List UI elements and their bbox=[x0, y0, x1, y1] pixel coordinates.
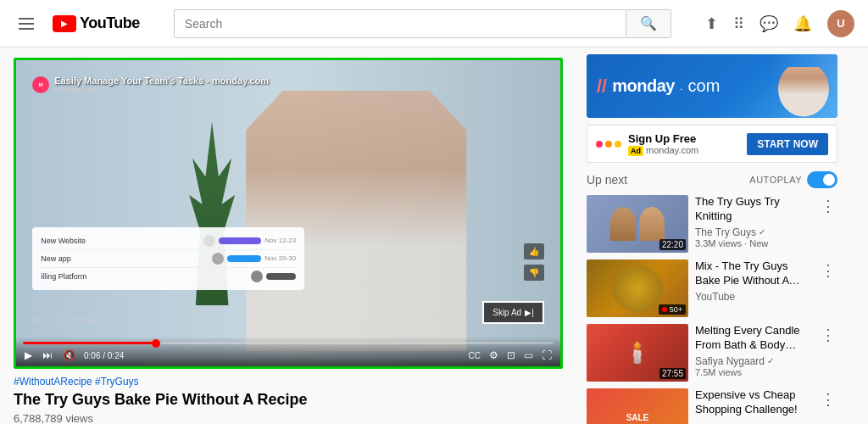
video-thumb-4: SALE bbox=[587, 388, 688, 424]
header-right: ⬆ ⠿ 💬 🔔 U bbox=[705, 10, 854, 37]
video-views: 6,788,789 views bbox=[14, 412, 563, 424]
search-button[interactable]: 🔍 bbox=[626, 9, 671, 38]
hamburger-menu[interactable] bbox=[14, 13, 39, 35]
ad-banner-content: // monday . com bbox=[587, 67, 837, 106]
video-channel-2: YouTube bbox=[695, 291, 812, 303]
like-button-overlay[interactable]: 👍 bbox=[524, 243, 544, 259]
mute-button[interactable]: 🔇 bbox=[61, 348, 77, 363]
more-options-2[interactable]: ⋮ bbox=[819, 259, 837, 282]
dot-yellow bbox=[615, 141, 621, 148]
video-title: The Try Guys Bake Pie Without A Recipe bbox=[14, 391, 563, 409]
header-left: YouTube bbox=[14, 13, 140, 35]
search-input[interactable] bbox=[174, 9, 626, 38]
thumb-duration-3: 27:55 bbox=[659, 368, 686, 379]
settings-button[interactable]: ⚙ bbox=[487, 348, 500, 363]
channel-name-3: Safiya Nygaard bbox=[695, 355, 765, 367]
thumb-text-4: SALE bbox=[587, 388, 688, 424]
apps-icon[interactable]: ⠿ bbox=[733, 14, 744, 33]
task-bar-2 bbox=[227, 255, 261, 262]
fullscreen-button[interactable]: ⛶ bbox=[540, 348, 554, 363]
monday-brand-text: monday bbox=[612, 76, 675, 96]
monday-dots-logo bbox=[596, 141, 621, 148]
channel-name-1: The Try Guys bbox=[695, 226, 756, 238]
youtube-logo[interactable]: YouTube bbox=[53, 14, 140, 32]
video-channel-3: Safiya Nygaard ✓ bbox=[695, 355, 812, 367]
recommended-video-4[interactable]: SALE Expensive vs Cheap Shopping Challen… bbox=[587, 388, 837, 424]
video-info-4: Expensive vs Cheap Shopping Challenge! bbox=[695, 388, 812, 424]
dislike-button-overlay[interactable]: 👎 bbox=[524, 265, 544, 281]
monday-com-text: com bbox=[688, 76, 721, 96]
miniplayer-button[interactable]: ⊡ bbox=[505, 348, 517, 363]
task-avatar-3 bbox=[251, 271, 263, 282]
video-title-line2: monday.com bbox=[54, 86, 269, 94]
youtube-wordmark: YouTube bbox=[80, 14, 140, 32]
video-controls: ▶ ⏭ 🔇 0:06 / 0:24 CC ⚙ ⊡ ▭ ⛶ bbox=[16, 337, 560, 366]
cc-button[interactable]: CC bbox=[467, 349, 482, 362]
up-next-label: Up next bbox=[587, 173, 627, 187]
sign-up-label: Sign Up Free bbox=[628, 132, 740, 145]
play-button[interactable]: ▶ bbox=[23, 348, 34, 363]
more-options-1[interactable]: ⋮ bbox=[819, 195, 837, 217]
notification-icon[interactable]: 🔔 bbox=[793, 14, 812, 33]
video-item-title-2: Mix - The Try Guys Bake Pie Without A Re… bbox=[695, 259, 812, 288]
task-date-1: Nov 12-23 bbox=[264, 237, 296, 244]
progress-bar[interactable] bbox=[23, 342, 554, 344]
more-options-3[interactable]: ⋮ bbox=[819, 324, 837, 346]
next-button[interactable]: ⏭ bbox=[41, 348, 54, 363]
task-name-1: New Website bbox=[41, 237, 200, 245]
chat-icon[interactable]: 💬 bbox=[760, 14, 778, 33]
video-overlay: M Easily Manage Your Team's Tasks - mond… bbox=[16, 60, 560, 366]
video-item-title-4: Expensive vs Cheap Shopping Challenge! bbox=[695, 388, 812, 417]
verified-icon-3: ✓ bbox=[767, 356, 774, 365]
video-title-line1: Easily Manage Your Team's Tasks - monday… bbox=[54, 75, 269, 86]
like-overlay: 👍 👎 bbox=[524, 243, 544, 281]
recommended-video-2[interactable]: 50+ Mix - The Try Guys Bake Pie Without … bbox=[587, 259, 837, 317]
progress-fill bbox=[23, 342, 156, 344]
live-dot-2 bbox=[662, 307, 667, 312]
task-name-2: New app bbox=[41, 254, 209, 263]
dot-red bbox=[596, 141, 603, 148]
video-info-1: The Try Guys Try Knitting The Try Guys ✓… bbox=[695, 195, 812, 253]
thumb-duration-1: 22:20 bbox=[659, 239, 686, 250]
verified-icon-1: ✓ bbox=[759, 227, 765, 237]
skip-ad-label: Skip Ad bbox=[492, 308, 521, 317]
ad-domain: monday.com bbox=[646, 145, 698, 155]
time-display: 0:06 / 0:24 bbox=[84, 351, 124, 360]
task-board-overlay: New Website Nov 12-23 New app Nov 20-30 bbox=[32, 227, 304, 290]
dot-orange bbox=[605, 141, 612, 148]
recommended-video-1[interactable]: 22:20 The Try Guys Try Knitting The Try … bbox=[587, 195, 837, 253]
autoplay-toggle[interactable] bbox=[807, 171, 837, 188]
video-thumb-1: 22:20 bbox=[587, 195, 688, 253]
upload-icon[interactable]: ⬆ bbox=[705, 14, 718, 33]
video-item-title-3: Melting Every Candle From Bath & Body Wo… bbox=[695, 324, 812, 353]
ad-time-label: Ad · 0:17 · monday.com c... bbox=[32, 315, 125, 324]
avatar-initial: U bbox=[837, 17, 844, 30]
youtube-icon bbox=[53, 15, 76, 32]
autoplay-row: AUTOPLAY bbox=[749, 171, 837, 188]
avatar[interactable]: U bbox=[827, 10, 854, 37]
controls-right: CC ⚙ ⊡ ▭ ⛶ bbox=[467, 348, 554, 363]
video-meta-3: 7.5M views bbox=[695, 367, 812, 377]
theater-button[interactable]: ▭ bbox=[522, 348, 535, 363]
start-now-text: Sign Up Free Ad monday.com bbox=[628, 132, 740, 155]
task-avatar-2 bbox=[212, 253, 224, 265]
ad-badge: Ad bbox=[628, 146, 643, 156]
hashtags[interactable]: #WithoutARecipe #TryGuys bbox=[14, 376, 563, 388]
ad-label-row: Ad monday.com bbox=[628, 145, 740, 155]
recommended-video-3[interactable]: 🕯️ 27:55 Melting Every Candle From Bath … bbox=[587, 324, 837, 382]
video-player[interactable]: M Easily Manage Your Team's Tasks - mond… bbox=[14, 58, 563, 369]
start-now-button[interactable]: START NOW bbox=[747, 133, 828, 155]
task-bar-3 bbox=[266, 273, 296, 280]
video-channel-1: The Try Guys ✓ bbox=[695, 226, 812, 238]
task-row-2: New app Nov 20-30 bbox=[37, 250, 299, 268]
progress-dot bbox=[152, 339, 160, 348]
more-options-4[interactable]: ⋮ bbox=[819, 388, 837, 410]
ad-banner[interactable]: // monday . com bbox=[587, 54, 837, 118]
monday-logo-small: M bbox=[32, 76, 49, 93]
thumb-live-badge-2: 50+ bbox=[659, 304, 686, 315]
task-date-2: Nov 20-30 bbox=[264, 254, 296, 262]
task-bar-1 bbox=[219, 237, 261, 244]
skip-ad-button[interactable]: Skip Ad ▶| bbox=[482, 301, 544, 324]
video-logo-overlay: M Easily Manage Your Team's Tasks - mond… bbox=[32, 75, 269, 94]
channel-name-2: YouTube bbox=[695, 291, 735, 303]
